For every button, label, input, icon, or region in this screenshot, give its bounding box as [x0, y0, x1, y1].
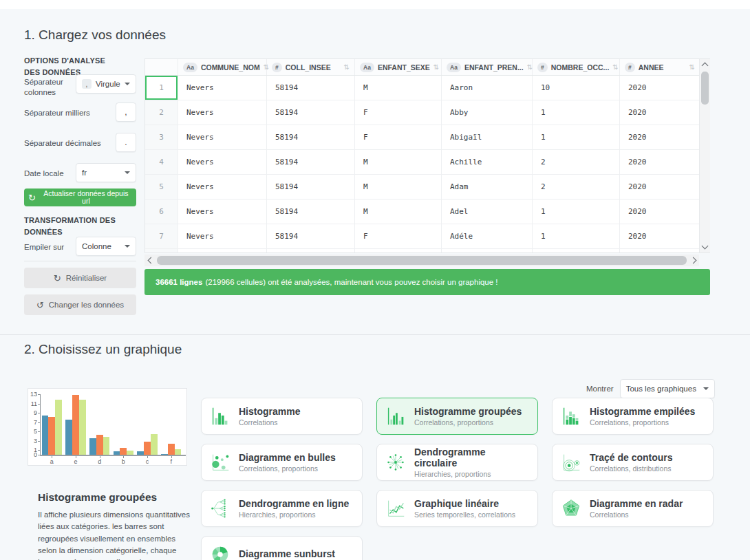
chart-card[interactable]: Diagramme sunburst [201, 536, 363, 560]
table-cell[interactable]: 58194 [267, 125, 355, 149]
sort-icon[interactable]: ⇅ [527, 63, 533, 71]
chart-card[interactable]: Graphique linéaireSeries temporelles, co… [376, 490, 538, 527]
reset-label: Réinitialiser [66, 274, 107, 282]
column-header[interactable]: #NOMBRE_OCC...⇅ [533, 59, 620, 75]
thousands-separator-input[interactable]: , [116, 103, 136, 122]
sort-icon[interactable]: ⇅ [689, 63, 695, 71]
table-cell[interactable]: Nevers [178, 76, 267, 100]
table-cell[interactable]: Adéle [442, 224, 533, 248]
table-cell[interactable]: Nevers [178, 175, 267, 199]
table-cell[interactable]: 1 [533, 200, 620, 224]
table-cell[interactable]: F [355, 224, 442, 248]
table-cell[interactable]: M [355, 150, 442, 174]
row-number-cell[interactable]: 5 [145, 175, 178, 199]
chart-card[interactable]: HistogrammeCorrelations [201, 398, 363, 435]
sort-icon[interactable]: ⇅ [612, 63, 618, 71]
chart-card[interactable]: Histogramme groupéesCorrelations, propor… [376, 398, 538, 435]
table-cell[interactable]: 10 [533, 76, 620, 100]
chart-card-tags: Correlations [239, 418, 300, 427]
table-horizontal-scrollbar[interactable] [144, 255, 699, 266]
chart-card[interactable]: Diagramme en bullesCorrelations, proport… [201, 444, 363, 481]
row-number-cell[interactable]: 3 [145, 125, 178, 149]
reset-button[interactable]: ↻ Réinitialiser [24, 268, 136, 288]
table-cell[interactable]: Nevers [178, 125, 267, 149]
table-cell[interactable]: 58194 [267, 249, 355, 253]
table-vertical-scrollbar[interactable] [699, 59, 710, 252]
table-cell[interactable]: Achille [442, 150, 533, 174]
table-cell[interactable]: Aaron [442, 76, 533, 100]
chevron-down-icon [125, 83, 130, 85]
column-header[interactable]: AaENFANT_PREN...⇅ [442, 59, 533, 75]
table-cell[interactable]: Nevers [178, 100, 267, 125]
column-header[interactable]: #ANNEE⇅ [620, 59, 700, 75]
scroll-up-icon[interactable] [702, 63, 709, 69]
table-cell[interactable]: Nevers [178, 224, 267, 248]
table-cell[interactable]: 2 [533, 249, 620, 253]
table-cell[interactable]: Abby [442, 100, 533, 125]
row-number-cell[interactable]: 6 [145, 200, 178, 224]
stack-on-select[interactable]: Colonne [76, 237, 136, 256]
table-cell[interactable]: 2020 [620, 100, 700, 125]
row-number-cell[interactable]: 1 [145, 76, 178, 100]
table-cell[interactable]: 1 [533, 100, 620, 125]
chart-card-name: Traçé de contours [590, 452, 673, 463]
show-filter-select[interactable]: Tous les graphiques [620, 379, 715, 398]
chart-card-name: Histogramme empilées [590, 406, 695, 417]
sort-icon[interactable]: ⇅ [433, 63, 439, 71]
table-cell[interactable]: 2020 [620, 175, 700, 199]
table-cell[interactable]: 1 [533, 125, 620, 149]
table-cell[interactable]: Adam [442, 175, 533, 199]
change-data-button[interactable]: ↺ Changer les données [24, 294, 136, 315]
vertical-scroll-thumb[interactable] [701, 72, 709, 105]
sort-icon[interactable]: ⇅ [344, 63, 350, 71]
table-cell[interactable]: Nevers [178, 249, 267, 253]
column-header[interactable]: #COLL_INSEE⇅ [267, 59, 355, 75]
y-axis-tick-label: 11 [28, 400, 37, 407]
row-number-cell[interactable]: 7 [145, 224, 178, 248]
table-cell[interactable]: M [355, 175, 442, 199]
row-number-cell[interactable]: 4 [145, 150, 178, 174]
refresh-from-url-button[interactable]: ↻ Actualiser données depuis url [24, 189, 136, 206]
table-cell[interactable]: 58194 [267, 150, 355, 174]
row-number-cell[interactable]: 8 [145, 249, 178, 253]
table-cell[interactable]: Adel [442, 200, 533, 224]
chart-card[interactable]: Diagramme en radarCorrelations [552, 490, 714, 527]
table-cell[interactable]: F [355, 125, 442, 149]
table-cell[interactable]: Nevers [178, 200, 267, 224]
chart-card[interactable]: Dendrogramme en ligneHierarchies, propor… [201, 490, 363, 527]
columns-separator-select[interactable]: , Virgule [76, 74, 136, 94]
table-cell[interactable]: 58194 [267, 175, 355, 199]
table-cell[interactable]: 2020 [620, 249, 700, 253]
table-cell[interactable]: 2020 [620, 224, 700, 248]
row-number-cell[interactable]: 2 [145, 100, 178, 125]
chart-card[interactable]: Histogramme empiléesCorrelations, propor… [552, 398, 714, 435]
scroll-left-icon[interactable] [148, 257, 155, 264]
scroll-down-icon[interactable] [702, 243, 709, 250]
table-cell[interactable]: 2020 [620, 76, 700, 100]
table-cell[interactable]: 2020 [620, 200, 700, 224]
table-cell[interactable]: 58194 [267, 200, 355, 224]
horizontal-scroll-thumb[interactable] [157, 256, 687, 265]
table-cell[interactable]: 58194 [267, 224, 355, 248]
column-header[interactable]: AaENFANT_SEXE⇅ [355, 59, 442, 75]
table-cell[interactable]: Adèle [442, 249, 533, 253]
table-cell[interactable]: Abigaïl [442, 125, 533, 149]
table-cell[interactable]: 2020 [620, 150, 700, 174]
table-cell[interactable]: 58194 [267, 100, 355, 125]
table-cell[interactable]: 58194 [267, 76, 355, 100]
date-locale-select[interactable]: fr [76, 163, 136, 182]
table-cell[interactable]: 1 [533, 224, 620, 248]
table-cell[interactable]: 2020 [620, 125, 700, 149]
scroll-right-icon[interactable] [690, 257, 697, 264]
table-cell[interactable]: 2 [533, 175, 620, 199]
chart-card[interactable]: Dendrogramme circulaireHierarchies, prop… [376, 444, 538, 481]
table-cell[interactable]: M [355, 200, 442, 224]
column-header[interactable]: AaCOMMUNE_NOM⇅ [178, 59, 267, 75]
chart-card[interactable]: Traçé de contoursCorrelations, distribut… [552, 444, 714, 481]
table-cell[interactable]: Nevers [178, 150, 267, 174]
table-cell[interactable]: F [355, 249, 442, 253]
table-cell[interactable]: M [355, 76, 442, 100]
decimals-separator-input[interactable]: . [116, 133, 136, 152]
table-cell[interactable]: 2 [533, 150, 620, 174]
table-cell[interactable]: F [355, 100, 442, 125]
